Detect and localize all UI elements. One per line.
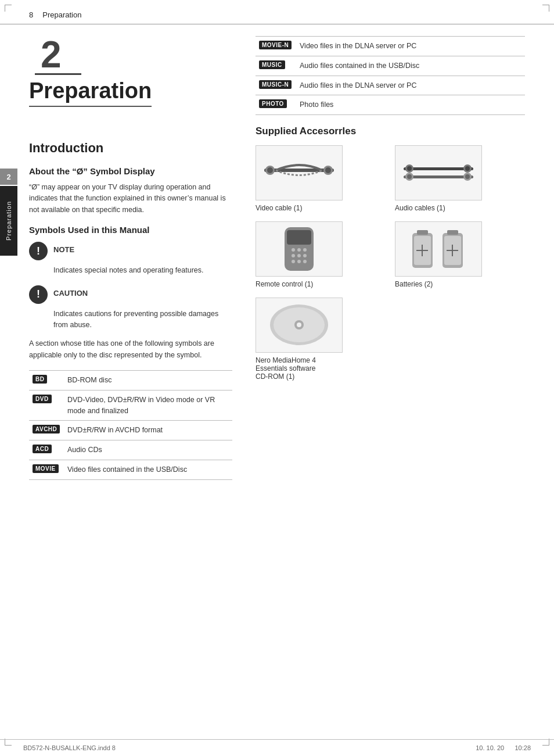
disc-table-row: AVCHD DVD±R/RW in AVCHD format bbox=[29, 421, 232, 440]
disc-badge: AVCHD bbox=[33, 425, 60, 433]
note-label: NOTE bbox=[53, 245, 74, 254]
svg-point-22 bbox=[303, 254, 307, 257]
right-desc-cell: Audio files contained in the USB/Disc bbox=[296, 56, 525, 76]
chapter-number: 2 bbox=[35, 36, 81, 75]
right-desc-cell: Audio files in the DLNA server or PC bbox=[296, 76, 525, 95]
accessory-video-cable: Video cable (1) bbox=[256, 145, 386, 212]
symbol-display-body: “Ø” may appear on your TV display during… bbox=[29, 182, 232, 216]
footer-date-time: 10. 10. 20 10:28 bbox=[476, 744, 531, 751]
disc-table-row: BD BD-ROM disc bbox=[29, 371, 232, 390]
right-badge-cell: MOVIE-N bbox=[256, 37, 296, 56]
video-cable-image bbox=[256, 145, 343, 200]
disc-badge-cell: DVD bbox=[29, 390, 64, 421]
disc-badge: DVD bbox=[33, 395, 52, 403]
disc-desc-cell: BD-ROM disc bbox=[64, 371, 232, 390]
disc-table-row: DVD DVD-Video, DVD±R/RW in Video mode or… bbox=[29, 390, 232, 421]
right-badge: MUSIC-N bbox=[259, 80, 292, 89]
svg-rect-27 bbox=[417, 230, 428, 235]
remote-label: Remote control (1) bbox=[256, 280, 313, 288]
right-badge: MOVIE-N bbox=[259, 41, 292, 49]
right-badge: PHOTO bbox=[259, 99, 287, 108]
supplied-accessories-title: Supplied Accesorrles bbox=[256, 126, 525, 137]
disc-badge-cell: ACD bbox=[29, 440, 64, 460]
svg-point-19 bbox=[303, 248, 307, 252]
accessory-disc: Nero MediaHome 4Essentials softwareCD-RO… bbox=[256, 298, 386, 381]
symbol-display-heading: About the “Ø” Symbol Display bbox=[29, 166, 232, 176]
side-tab-number: 2 bbox=[0, 169, 17, 185]
video-cable-label: Video cable (1) bbox=[256, 204, 303, 212]
left-col: 2 Preparation Introduction About the “Ø”… bbox=[29, 36, 250, 480]
disc-table-row: ACD Audio CDs bbox=[29, 440, 232, 460]
right-desc-cell: Photo files bbox=[296, 95, 525, 115]
right-table-row: MUSIC-N Audio files in the DLNA server o… bbox=[256, 76, 525, 95]
chapter-number-display: 2 bbox=[35, 36, 232, 77]
remote-image bbox=[256, 221, 343, 277]
header-section-title: Preparation bbox=[42, 10, 81, 19]
svg-rect-10 bbox=[404, 175, 473, 178]
svg-point-4 bbox=[325, 167, 331, 173]
accessory-audio-cable: Audio cables (1) bbox=[395, 145, 525, 212]
right-badge-cell: PHOTO bbox=[256, 95, 296, 115]
footer-file: BD572-N-BUSALLK-ENG.indd 8 bbox=[23, 744, 116, 751]
right-desc-cell: Video files in the DLNA server or PC bbox=[296, 37, 525, 56]
disc-table-row: MOVIE Video files contained in the USB/D… bbox=[29, 460, 232, 479]
audio-cable-label: Audio cables (1) bbox=[395, 204, 445, 212]
page-header: 8 Preparation bbox=[0, 0, 554, 24]
svg-point-25 bbox=[303, 260, 307, 263]
introduction-heading: Introduction bbox=[29, 141, 232, 156]
svg-point-7 bbox=[407, 166, 412, 171]
note-desc: Indicates special notes and operating fe… bbox=[53, 265, 232, 276]
page-container: 2 Preparation 8 Preparation 2 Preparatio… bbox=[0, 0, 554, 756]
note-block: ! NOTE bbox=[29, 241, 232, 260]
page-number: 8 bbox=[29, 10, 33, 19]
right-table-row: MUSIC Audio files contained in the USB/D… bbox=[256, 56, 525, 76]
side-tab-label: Preparation bbox=[5, 201, 12, 241]
accessory-remote: Remote control (1) bbox=[256, 221, 386, 288]
right-symbol-table: MOVIE-N Video files in the DLNA server o… bbox=[256, 36, 525, 115]
audio-cable-image bbox=[395, 145, 482, 200]
corner-tr bbox=[542, 5, 549, 12]
svg-point-14 bbox=[465, 174, 470, 179]
svg-point-12 bbox=[407, 174, 412, 179]
batteries-label: Batteries (2) bbox=[395, 280, 433, 288]
chapter-title-display: Preparation bbox=[29, 78, 232, 124]
disc-desc-cell: Audio CDs bbox=[64, 440, 232, 460]
caution-label: CAUTION bbox=[53, 289, 88, 298]
disc-badge-cell: MOVIE bbox=[29, 460, 64, 479]
section-text: A section whose title has one of the fol… bbox=[29, 338, 232, 361]
disc-badge: ACD bbox=[33, 445, 52, 453]
disc-badge-cell: AVCHD bbox=[29, 421, 64, 440]
disc-desc-cell: Video files contained in the USB/Disc bbox=[64, 460, 232, 479]
main-content: 2 Preparation Introduction About the “Ø”… bbox=[0, 24, 554, 497]
disc-badge: MOVIE bbox=[33, 464, 59, 473]
right-badge: MUSIC bbox=[259, 60, 285, 69]
page-footer: BD572-N-BUSALLK-ENG.indd 8 10. 10. 20 10… bbox=[0, 739, 554, 756]
symbols-manual-heading: Symbols Used in this Manual bbox=[29, 225, 232, 235]
note-icon: ! bbox=[29, 242, 48, 260]
svg-point-39 bbox=[297, 323, 301, 327]
right-badge-cell: MUSIC bbox=[256, 56, 296, 76]
right-table-row: PHOTO Photo files bbox=[256, 95, 525, 115]
right-col: MOVIE-N Video files in the DLNA server o… bbox=[250, 36, 525, 480]
disc-symbol-table: BD BD-ROM disc DVD DVD-Video, DVD±R/RW i… bbox=[29, 370, 232, 480]
svg-point-2 bbox=[267, 167, 273, 173]
svg-point-24 bbox=[297, 260, 301, 263]
svg-point-23 bbox=[292, 260, 295, 263]
side-tab: Preparation bbox=[0, 186, 17, 256]
disc-badge-cell: BD bbox=[29, 371, 64, 390]
disc-label: Nero MediaHome 4Essentials softwareCD-RO… bbox=[256, 356, 316, 381]
svg-point-17 bbox=[292, 248, 295, 252]
disc-image bbox=[256, 298, 343, 353]
disc-badge: BD bbox=[33, 375, 47, 384]
svg-point-20 bbox=[292, 254, 295, 257]
caution-icon: ! bbox=[29, 285, 48, 304]
svg-rect-5 bbox=[404, 167, 473, 170]
chapter-title: Preparation bbox=[29, 78, 152, 107]
svg-point-9 bbox=[465, 166, 470, 171]
batteries-image bbox=[395, 221, 482, 277]
corner-tl bbox=[5, 5, 12, 12]
accessory-grid: Video cable (1) bbox=[256, 145, 525, 381]
svg-point-21 bbox=[297, 254, 301, 257]
svg-point-18 bbox=[297, 248, 301, 252]
right-badge-cell: MUSIC-N bbox=[256, 76, 296, 95]
